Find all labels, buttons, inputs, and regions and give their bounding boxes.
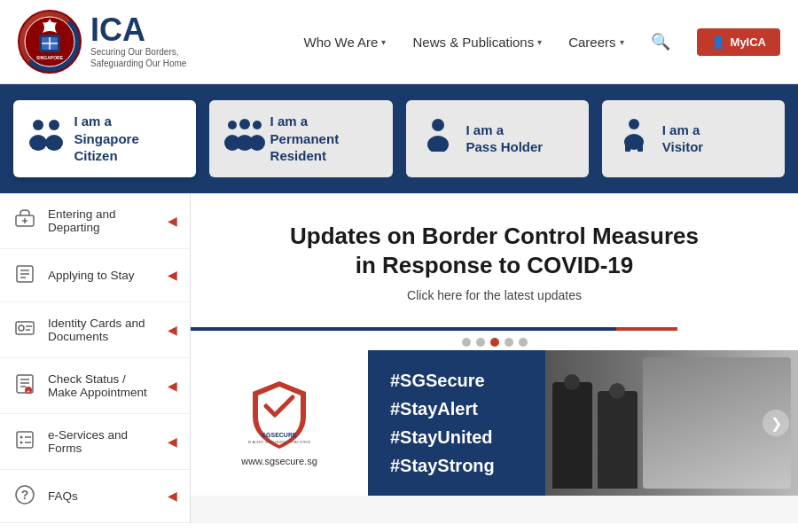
persona-visitor[interactable]: I am a Visitor [602, 100, 785, 177]
header: SINGAPORE ICA Securing Our Borders, Safe… [0, 0, 798, 84]
sidebar-item-check-status[interactable]: + Check Status / Make Appointment ◀ [0, 358, 190, 414]
search-button[interactable]: 🔍 [651, 32, 670, 51]
svg-rect-21 [638, 145, 643, 152]
svg-point-16 [432, 119, 444, 131]
svg-point-41 [20, 442, 23, 444]
check-status-icon: + [12, 373, 37, 397]
sidebar-item-entering-departing[interactable]: Entering and Departing ◀ [0, 193, 190, 249]
nav-news-publications[interactable]: News & Publications ▾ [412, 35, 542, 50]
svg-rect-39 [17, 432, 33, 448]
identity-cards-icon [12, 317, 37, 341]
svg-text:SGSECURE: SGSECURE [262, 432, 297, 438]
pass-holder-icon [420, 118, 456, 159]
carousel-dot-1[interactable] [462, 338, 471, 347]
logo-emblem: SINGAPORE [18, 10, 82, 74]
chevron-down-icon: ▾ [381, 37, 386, 47]
svg-text:STAY ALERT. STAY UNITED. STAY : STAY ALERT. STAY UNITED. STAY STRONG. [248, 440, 310, 444]
next-slide-button[interactable]: ❯ [763, 410, 789, 436]
sidebar-item-identity-cards[interactable]: Identity Cards and Documents ◀ [0, 302, 190, 358]
arrow-right-icon: ◀ [168, 379, 177, 393]
covid-subtext: Click here for the latest updates [226, 288, 763, 302]
hashtag-2: #StayAlert [390, 396, 523, 421]
persona-pr[interactable]: I am a Permanent Resident [209, 100, 392, 177]
nav-careers[interactable]: Careers ▾ [568, 35, 623, 50]
pr-label: I am a Permanent Resident [270, 113, 379, 165]
covid-heading: Updates on Border Control Measures in Re… [226, 222, 763, 282]
svg-rect-20 [625, 145, 630, 152]
svg-point-12 [253, 121, 262, 129]
persona-bar: I am a Singapore Citizen I am a Permanen… [0, 84, 798, 193]
pass-holder-label: I am a Pass Holder [466, 121, 544, 156]
svg-point-18 [629, 119, 639, 129]
carousel-dot-3[interactable] [490, 338, 499, 347]
myica-button[interactable]: 👤 MyICA [697, 28, 780, 56]
sgsecure-banner: SGSECURE STAY ALERT. STAY UNITED. STAY S… [191, 350, 798, 496]
sidebar-item-applying-to-stay[interactable]: Applying to Stay ◀ [0, 249, 190, 302]
carousel-dot-4[interactable] [505, 338, 513, 347]
persona-citizen[interactable]: I am a Singapore Citizen [13, 100, 196, 177]
svg-text:?: ? [21, 488, 29, 502]
svg-text:SINGAPORE: SINGAPORE [36, 55, 64, 60]
arrow-right-icon: ◀ [168, 268, 177, 282]
svg-text:+: + [27, 388, 30, 394]
eservices-icon [12, 429, 37, 453]
entering-departing-icon [12, 208, 37, 232]
faqs-icon: ? [12, 484, 37, 508]
logo-title: ICA [90, 14, 186, 46]
svg-point-7 [49, 120, 59, 130]
covid-banner[interactable]: Updates on Border Control Measures in Re… [191, 193, 798, 332]
svg-point-9 [45, 135, 63, 151]
logo-text: ICA Securing Our Borders, Safeguarding O… [90, 14, 186, 69]
svg-point-8 [29, 135, 47, 151]
svg-point-11 [239, 119, 250, 129]
visitor-label: I am a Visitor [662, 121, 703, 156]
chevron-down-icon: ▾ [620, 37, 624, 47]
logo-subtitle: Securing Our Borders, Safeguarding Our H… [90, 46, 186, 69]
hashtag-1: #SGSecure [390, 368, 523, 393]
applying-to-stay-icon [12, 263, 37, 287]
svg-point-10 [228, 121, 237, 129]
sidebar: Entering and Departing ◀ Applying to Sta… [0, 193, 191, 523]
content-area: Updates on Border Control Measures in Re… [191, 193, 798, 523]
sgsecure-url: www.sgsecure.sg [241, 456, 317, 466]
svg-point-40 [20, 436, 23, 439]
banner-carousel-dots [191, 331, 798, 350]
arrow-right-icon: ◀ [168, 434, 177, 449]
visitor-icon [616, 118, 652, 159]
citizen-icon [27, 118, 63, 159]
citizen-label: I am a Singapore Citizen [74, 113, 182, 165]
sgsecure-photo: ❯ [545, 350, 798, 496]
svg-point-15 [249, 135, 265, 151]
svg-point-6 [33, 120, 43, 130]
pr-icon [223, 118, 259, 159]
sidebar-item-faqs[interactable]: ? FAQs ◀ [0, 470, 190, 523]
sgsecure-hashtags: #SGSecure #StayAlert #StayUnited #StaySt… [368, 350, 545, 496]
sgsecure-logo-area: SGSECURE STAY ALERT. STAY UNITED. STAY S… [191, 350, 368, 496]
arrow-right-icon: ◀ [168, 489, 177, 503]
nav-area: Who We Are ▾ News & Publications ▾ Caree… [304, 28, 780, 56]
chevron-down-icon: ▾ [537, 37, 542, 47]
carousel-dot-5[interactable] [519, 338, 528, 347]
svg-point-17 [427, 136, 449, 152]
logo-area: SINGAPORE ICA Securing Our Borders, Safe… [18, 10, 186, 74]
carousel-dot-2[interactable] [476, 338, 485, 347]
arrow-right-icon: ◀ [168, 323, 177, 337]
user-icon: 👤 [711, 35, 725, 49]
persona-pass-holder[interactable]: I am a Pass Holder [406, 100, 589, 177]
hashtag-4: #StayStrong [390, 453, 523, 478]
hashtag-3: #StayUnited [390, 425, 523, 450]
sidebar-item-eservices[interactable]: e-Services and Forms ◀ [0, 414, 190, 470]
main-content: Entering and Departing ◀ Applying to Sta… [0, 193, 798, 523]
arrow-right-icon: ◀ [168, 214, 177, 228]
svg-point-30 [19, 325, 24, 331]
nav-who-we-are[interactable]: Who We Are ▾ [304, 35, 387, 50]
